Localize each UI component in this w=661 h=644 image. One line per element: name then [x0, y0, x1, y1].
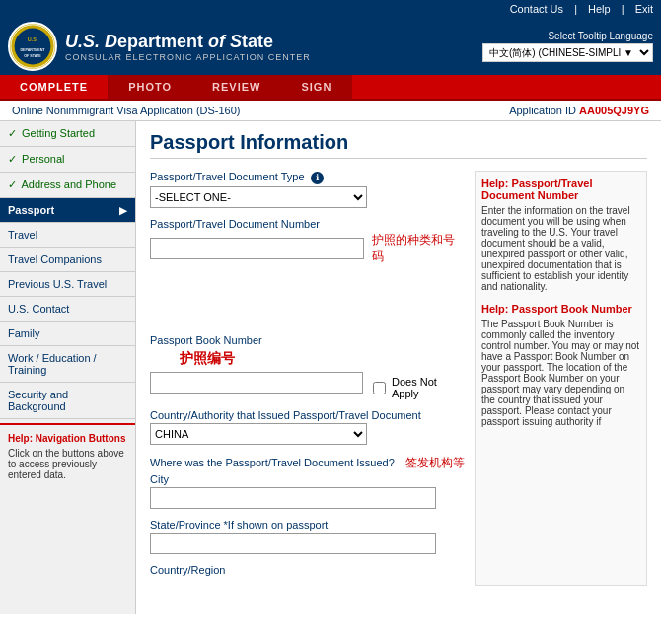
- passport-number-input[interactable]: [150, 238, 364, 259]
- help-link[interactable]: Help: [588, 3, 611, 15]
- passport-number-annotation: 护照的种类和号码: [372, 232, 465, 265]
- info-icon[interactable]: ℹ: [311, 172, 324, 184]
- form-main: Passport/Travel Document Type ℹ -SELECT …: [150, 171, 465, 586]
- issued-label: Where was the Passport/Travel Document I…: [150, 455, 465, 471]
- help-panel: Help: Passport/Travel Document Number En…: [475, 171, 647, 586]
- help-block1-title: Help: Passport/Travel Document Number: [481, 178, 640, 201]
- tab-photo[interactable]: PHOTO: [109, 75, 192, 99]
- country-authority-select[interactable]: CHINA: [150, 423, 367, 445]
- app-header: Online Nonimmigrant Visa Application (DS…: [0, 101, 661, 121]
- passport-book-row: Does Not Apply: [150, 372, 465, 399]
- help-block1-text: Enter the information on the travel docu…: [481, 205, 640, 292]
- sidebar-item-previous-us-travel[interactable]: Previous U.S. Travel: [0, 272, 135, 297]
- sidebar-item-passport[interactable]: Passport ▶: [0, 198, 135, 223]
- sidebar-item-personal[interactable]: ✓ Personal: [0, 147, 135, 173]
- does-not-apply-row: Does Not Apply: [373, 376, 465, 399]
- app-id-label: Application ID: [509, 105, 576, 116]
- app-id-section: Application ID AA005QJ9YG: [509, 105, 649, 116]
- exit-link[interactable]: Exit: [635, 3, 653, 15]
- country-region-section: Country/Region: [150, 564, 465, 576]
- sidebar-item-travel-companions[interactable]: Travel Companions: [0, 248, 135, 272]
- city-section: City: [150, 473, 465, 509]
- agency-text: U.S. Department of State CONSULAR ELECTR…: [65, 32, 311, 62]
- city-input[interactable]: [150, 487, 436, 509]
- passport-book-number-input[interactable]: [150, 372, 363, 394]
- form-columns: Passport/Travel Document Type ℹ -SELECT …: [150, 171, 647, 586]
- svg-text:OF STATE: OF STATE: [24, 54, 41, 58]
- state-label: State/Province *If shown on passport: [150, 519, 465, 531]
- nav-tabs: COMPLETE PHOTO REVIEW SIGN: [0, 75, 661, 101]
- svg-text:DEPARTMENT: DEPARTMENT: [20, 48, 45, 52]
- arrow-icon: ▶: [119, 205, 127, 216]
- city-label: City: [150, 473, 465, 485]
- sidebar-item-travel[interactable]: Travel: [0, 223, 135, 248]
- header-right: Select Tooltip Language 中文(简体) (CHINESE-…: [482, 31, 653, 62]
- app-id-value: AA005QJ9YG: [579, 105, 649, 116]
- passport-type-select[interactable]: -SELECT ONE-: [150, 186, 367, 208]
- sidebar: ✓ Getting Started ✓ Personal ✓ Address a…: [0, 121, 136, 614]
- state-section: State/Province *If shown on passport: [150, 519, 465, 554]
- page-title: Passport Information: [150, 131, 647, 159]
- tab-complete[interactable]: COMPLETE: [0, 75, 109, 99]
- passport-number-section: Passport/Travel Document Number 护照的种类和号码: [150, 218, 465, 265]
- help-block2-text: The Passport Book Number is commonly cal…: [481, 319, 640, 427]
- does-not-apply-checkbox[interactable]: [373, 382, 386, 394]
- dept-subtitle: CONSULAR ELECTRONIC APPLICATION CENTER: [65, 52, 311, 62]
- language-select[interactable]: 中文(简体) (CHINESE-SIMPLI ▼: [482, 43, 653, 62]
- site-header: U.S. DEPARTMENT OF STATE U.S. Department…: [0, 18, 661, 75]
- app-title: Online Nonimmigrant Visa Application (DS…: [12, 105, 241, 116]
- does-not-apply-label: Does Not Apply: [392, 376, 465, 399]
- tab-sign[interactable]: SIGN: [281, 75, 352, 99]
- passport-type-section: Passport/Travel Document Type ℹ -SELECT …: [150, 171, 465, 208]
- content-area: Passport Information Passport/Travel Doc…: [136, 121, 661, 614]
- sidebar-item-work-education[interactable]: Work / Education / Training: [0, 346, 135, 383]
- sidebar-item-family[interactable]: Family: [0, 322, 135, 346]
- main-layout: ✓ Getting Started ✓ Personal ✓ Address a…: [0, 121, 661, 614]
- separator: |: [574, 3, 577, 15]
- lang-label: Select Tooltip Language: [482, 31, 653, 41]
- tab-review[interactable]: REVIEW: [192, 75, 281, 99]
- country-region-label: Country/Region: [150, 564, 465, 576]
- passport-book-section: Passport Book Number 护照编号 Does Not Apply: [150, 334, 465, 399]
- sidebar-item-us-contact[interactable]: U.S. Contact: [0, 297, 135, 322]
- country-authority-label: Country/Authority that Issued Passport/T…: [150, 409, 465, 421]
- sidebar-help-title: Help: Navigation Buttons: [8, 433, 127, 444]
- date-fields-placeholder: [150, 275, 465, 334]
- issued-annotation: 签发机构等: [405, 456, 465, 469]
- separator: |: [622, 3, 624, 15]
- svg-point-1: [15, 29, 51, 65]
- sidebar-item-security-background[interactable]: Security and Background: [0, 383, 135, 419]
- state-input[interactable]: [150, 533, 436, 554]
- sidebar-item-getting-started[interactable]: ✓ Getting Started: [0, 121, 135, 147]
- svg-text:U.S.: U.S.: [28, 36, 38, 42]
- issued-location-section: Where was the Passport/Travel Document I…: [150, 455, 465, 576]
- dept-name: U.S. Department of State: [65, 32, 311, 52]
- header-left: U.S. DEPARTMENT OF STATE U.S. Department…: [8, 22, 311, 71]
- country-authority-section: Country/Authority that Issued Passport/T…: [150, 409, 465, 445]
- sidebar-help: Help: Navigation Buttons Click on the bu…: [0, 423, 135, 488]
- top-bar: Contact Us | Help | Exit: [0, 0, 661, 18]
- sidebar-help-text: Click on the buttons above to access pre…: [8, 448, 127, 480]
- passport-book-annotation: 护照编号: [180, 350, 465, 368]
- passport-type-label: Passport/Travel Document Type ℹ: [150, 171, 465, 184]
- help-block2-title: Help: Passport Book Number: [481, 303, 640, 315]
- contact-us-link[interactable]: Contact Us: [510, 3, 563, 15]
- passport-number-label: Passport/Travel Document Number: [150, 218, 465, 230]
- passport-book-label: Passport Book Number: [150, 334, 465, 346]
- us-seal: U.S. DEPARTMENT OF STATE: [8, 22, 57, 71]
- sidebar-item-address-phone[interactable]: ✓ Address and Phone: [0, 173, 135, 198]
